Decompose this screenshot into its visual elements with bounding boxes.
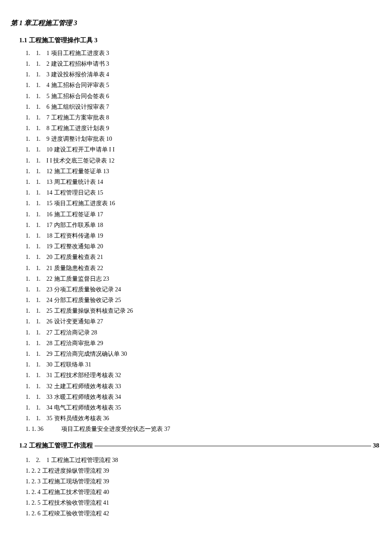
toc-item-text: 水暖工程师绩效考核表 34 [54, 394, 121, 400]
toc-item: 1. 1. 8 工程施工进度计划表 9 [26, 123, 379, 134]
toc-item-prefix: 1. 1. 21 [26, 265, 54, 271]
leader-line [95, 446, 372, 446]
toc-item: 1. 1. 13 周工程量统计表 14 [26, 177, 379, 187]
toc-item-text: 工程竣工验收管理流程 42 [42, 510, 110, 517]
toc-item-text: 工程进度操纵管理流程 39 [42, 468, 110, 474]
toc-item-prefix: 1. 1. 3 [26, 71, 51, 78]
toc-item: 1. 1. 4 施工招标合同评审表 5 [26, 80, 379, 90]
toc-item-text: 工程管理日记表 15 [54, 189, 104, 196]
toc-item-prefix: 1. 1. 12 [26, 168, 54, 174]
toc-item-prefix: 1. 1. 6 [26, 104, 51, 110]
toc-item: 1. 1. 18 工程资料传递单 19 [26, 230, 379, 241]
toc-item-prefix: 1. 1. 24 [26, 297, 54, 303]
toc-item: 1. 1. 24 分部工程质量验收记录 25 [26, 295, 379, 305]
toc-item-prefix: 1. 1. 28 [26, 340, 54, 346]
toc-item-prefix: 1. 1. 13 [26, 179, 54, 185]
toc-item-prefix: 1. 1. 7 [26, 114, 51, 121]
toc-item-prefix: 1. 2. 5 [26, 500, 42, 506]
toc-item-text: 工程施工过程管理流程 38 [51, 457, 118, 463]
toc-item: 1. 1. 33 水暖工程师绩效考核表 34 [26, 392, 379, 402]
toc-item: 1. 1. 17 内部工作联系单 18 [26, 220, 379, 230]
toc-item: 1. 1. 23 分项工程质量验收记录 24 [26, 284, 379, 295]
toc-item-text: 内部工作联系单 18 [54, 222, 104, 228]
toc-item-prefix: 1. 1. 1 [26, 50, 51, 56]
toc-item-text: 工程资料传递单 19 [54, 232, 104, 239]
toc-item: 1. 1. 25 工程质量操纵资料核查记录 26 [26, 305, 379, 316]
toc-item-prefix: 1. 1. 31 [26, 372, 54, 378]
toc-item-text: 资料员绩效考核表 36 [54, 415, 110, 421]
toc-item-text: 进度调整计划审批表 10 [51, 136, 112, 142]
toc-item-text: 建设工程招标申请书 3 [51, 61, 110, 67]
toc-item-text: 周工程量统计表 14 [54, 179, 104, 185]
toc-item: 1. 1. 12 施工工程量签证单 13 [26, 166, 379, 177]
toc-item: 1. 1. 10 建设工程开工申请单 I I [26, 144, 379, 155]
toc-item: 1. 1. 22 施工质量监督日志 23 [26, 273, 379, 284]
toc-item-text: 土建工程师绩效考核表 33 [54, 383, 121, 389]
toc-item-text: 工程施工现场管理流程 39 [42, 478, 110, 485]
toc-item-text: 技术交底三签记录表 12 [53, 157, 115, 164]
toc-item-text: 分项工程质量验收记录 24 [54, 286, 121, 293]
section-1-title: 1.1 工程施工管理操作工具 3 [19, 35, 379, 46]
toc-item-text: 工程洽商完成情况确认单 30 [54, 351, 127, 357]
toc-item: 1. 1. 14 工程管理日记表 15 [26, 187, 379, 198]
toc-item-prefix: 1. 2. 1 [26, 457, 51, 463]
toc-item: 1. 1. 19 工程整改通知单 20 [26, 241, 379, 252]
toc-item: 1. 1. 32 土建工程师绩效考核表 33 [26, 381, 379, 392]
toc-item-text: 工程技术部经理考核表 32 [54, 372, 121, 378]
toc-item-text: 工程整改通知单 20 [54, 243, 104, 250]
toc-item-prefix: 1. 2. 3 [26, 478, 42, 485]
toc-item: 1. 1. 28 工程洽商审批单 29 [26, 338, 379, 349]
toc-item-text: 设计变更通知单 27 [54, 318, 104, 325]
toc-item-prefix: 1. 1. 17 [26, 222, 54, 228]
toc-item-text: 电气工程师绩效考核表 35 [54, 404, 121, 411]
toc-item: 1. 1. 31 工程技术部经理考核表 32 [26, 370, 379, 381]
toc-item-prefix: 1. 1. 16 [26, 211, 54, 218]
toc-item-text: 工程施工进度计划表 9 [51, 125, 110, 131]
toc-item-text: 施工工程签证单 17 [54, 211, 104, 218]
toc-item: 1. 1. 3 建设投标报价清单表 4 [26, 69, 379, 80]
toc-item: 1. 1. 15 项目工程施工进度表 16 [26, 198, 379, 209]
toc-item-text: 工程施工方案审批表 8 [51, 114, 110, 121]
toc-item-text: 项目工程施工进度表 16 [54, 200, 115, 206]
toc-item: 1. 1. 5 施工招标合同会签表 6 [26, 91, 379, 102]
toc-item-prefix: 1. 1. 8 [26, 125, 51, 131]
toc-item: 1. 1. 16 施工工程签证单 17 [26, 209, 379, 220]
toc-item-text: 工程技术验收管理流程 41 [42, 500, 110, 506]
toc-item-prefix: 1. 1. 9 [26, 136, 51, 142]
chapter-title: 第 1 章工程施工管理 3 [11, 17, 379, 29]
section-2-page: 38 [373, 440, 379, 451]
toc-item-prefix: 1. 1. 5 [26, 93, 51, 99]
toc-item: 1. 1. 6 施工组织设计报审表 7 [26, 102, 379, 112]
toc-item-text: 施工工程量签证单 13 [54, 168, 110, 174]
toc-item: 1. 1. 9 进度调整计划审批表 10 [26, 134, 379, 144]
toc-item-prefix: 1. 1. 15 [26, 200, 54, 206]
toc-item: 1. 1. 35 资料员绩效考核表 36 [26, 413, 379, 424]
toc-item: 1. 1. 20 工程质量检查表 21 [26, 252, 379, 262]
toc-item-prefix: 1. 1. 14 [26, 189, 54, 196]
section-2-title-row: 1.2 工程施工管理工作流程 38 [19, 440, 379, 451]
toc-item-prefix: 1. 1. 4 [26, 82, 51, 88]
toc-item-text: 施工组织设计报审表 7 [51, 104, 110, 110]
toc-item-text: 工程质量操纵资料核查记录 26 [54, 308, 133, 314]
toc-item: 1. 2. 3 工程施工现场管理流程 39 [26, 476, 379, 487]
toc-item: 1. 2. 5 工程技术验收管理流程 41 [26, 497, 379, 508]
toc-item-text: 分部工程质量验收记录 25 [54, 297, 121, 303]
toc-item-text: 工程质量检查表 21 [54, 254, 104, 260]
toc-item-text: 工程洽商审批单 29 [54, 340, 104, 346]
toc-item-prefix: 1. 1. 33 [26, 394, 54, 400]
toc-item: 1. 1. I I 技术交底三签记录表 12 [26, 155, 379, 166]
toc-item-text: 建设工程开工申请单 I I [54, 146, 115, 153]
toc-item-prefix: 1. 1. 22 [26, 276, 54, 282]
toc-item-text: 施工质量监督日志 23 [54, 276, 110, 282]
toc-item: 1. 1. 26 设计变更通知单 27 [26, 316, 379, 327]
toc-item-text: 建设投标报价清单表 4 [51, 71, 110, 78]
toc-item-prefix: 1. 1. 35 [26, 415, 54, 421]
toc-item-text: 项目工程施工进度表 3 [51, 50, 110, 56]
toc-item-prefix: 1. 1. 29 [26, 351, 54, 357]
toc-item-prefix: 1. 1. 27 [26, 329, 54, 336]
toc-item-prefix: 1. 1. 18 [26, 232, 54, 239]
toc-item: 1. 2. 4 工程施工技术管理流程 40 [26, 487, 379, 497]
toc-item-text: 工程联络单 31 [54, 361, 92, 368]
toc-item-prefix: 1. 1. 32 [26, 383, 54, 389]
toc-item-prefix: 1. 1. 36 [26, 426, 61, 432]
